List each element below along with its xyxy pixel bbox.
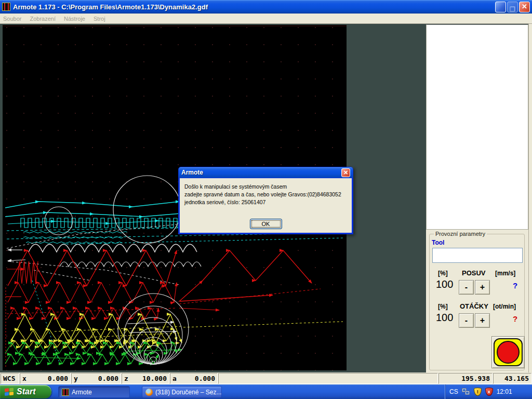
dialog-body: Došlo k manipulaci se systémovým časem z… xyxy=(178,178,353,234)
network-icon[interactable] xyxy=(462,388,470,395)
otacky-percent-label: [%] xyxy=(438,303,448,310)
otacky-minus-button[interactable]: - xyxy=(459,313,474,328)
group-title: Provozní parametry xyxy=(434,231,487,237)
dialog-title-bar[interactable]: Armote ✕ xyxy=(178,167,353,178)
menu-bar: Soubor Zobrazení Nástroje Stroj xyxy=(0,14,532,24)
menu-item-stroj[interactable]: Stroj xyxy=(94,16,105,22)
message-listbox[interactable] xyxy=(426,24,528,230)
menu-item-nastroje[interactable]: Nástroje xyxy=(64,16,85,22)
otacky-label: OTÁČKY xyxy=(460,302,488,310)
posuv-percent-label: [%] xyxy=(438,270,448,277)
dialog-close-button[interactable]: ✕ xyxy=(341,168,350,177)
security-error-icon[interactable]: x xyxy=(485,388,493,396)
otacky-plus-button[interactable]: + xyxy=(475,313,490,328)
wcs-label: WCS xyxy=(1,373,19,384)
start-label: Start xyxy=(17,387,35,396)
start-button[interactable]: Start xyxy=(0,385,51,398)
task-armote[interactable]: Armote xyxy=(58,386,130,398)
status-value-2: 43.165 xyxy=(493,373,531,384)
panel-edge-strip xyxy=(528,24,532,373)
dialog-close-icon: ✕ xyxy=(343,169,348,176)
posuv-minus-button[interactable]: - xyxy=(459,280,474,295)
menu-item-zobrazeni[interactable]: Zobrazení xyxy=(30,16,56,22)
menu-item-soubor[interactable]: Soubor xyxy=(3,16,21,22)
status-bar: WCS x 0.000 y 0.000 z 10.000 a 0.000 195… xyxy=(0,373,532,384)
app-icon xyxy=(2,3,10,11)
tool-label: Tool xyxy=(432,239,444,246)
otacky-help[interactable]: ? xyxy=(513,314,517,323)
minimize-icon: _ xyxy=(499,7,502,12)
maximize-icon: ❐ xyxy=(510,7,515,12)
title-bar[interactable]: Armote 1.173 - C:\Program Files\Armote1.… xyxy=(0,0,532,14)
close-button[interactable]: ✕ xyxy=(519,2,530,12)
axis-z: z 10.000 xyxy=(122,373,169,384)
system-tray: CS ! x 12:01 xyxy=(445,384,532,399)
posuv-value: 100 xyxy=(436,278,453,290)
axis-a: a 0.000 xyxy=(170,373,218,384)
stop-icon xyxy=(494,338,523,366)
emergency-stop-button[interactable] xyxy=(491,336,525,368)
status-spacer xyxy=(218,373,438,384)
firefox-icon xyxy=(145,389,153,396)
armote-task-icon xyxy=(62,389,69,396)
dialog-message-line2: zadejte spravné datum a čas, nebo volejt… xyxy=(184,191,341,198)
dialog-message: Došlo k manipulaci se systémovým časem z… xyxy=(184,183,341,206)
maximize-button: ❐ xyxy=(507,2,518,12)
posuv-plus-button[interactable]: + xyxy=(475,280,490,295)
posuv-help[interactable]: ? xyxy=(513,281,517,290)
group-provozni-parametry: Provozní parametry Tool [%] POSUV [mm/s]… xyxy=(429,234,525,370)
ok-button[interactable]: OK xyxy=(250,219,282,229)
axis-y: y 0.000 xyxy=(71,373,121,384)
otacky-unit-label: [ot/min] xyxy=(493,303,516,310)
task-firefox-mail[interactable]: (318) Doručené – Sez... xyxy=(142,386,222,398)
otacky-value: 100 xyxy=(436,312,453,324)
dialog-message-line1: Došlo k manipulaci se systémovým časem xyxy=(184,183,341,191)
security-warning-icon[interactable]: ! xyxy=(474,388,482,396)
dialog-message-line3: jednotka seriové, číslo: 25061407 xyxy=(184,198,341,206)
posuv-unit-label: [mm/s] xyxy=(495,270,515,277)
armote-dialog: Armote ✕ Došlo k manipulaci se systémový… xyxy=(178,167,353,234)
language-indicator[interactable]: CS xyxy=(449,388,458,395)
windows-logo-icon xyxy=(4,388,14,396)
taskbar: Start Armote (318) Doručené – Sez... CS … xyxy=(0,384,532,399)
dialog-title: Armote xyxy=(181,169,341,176)
posuv-label: POSUV xyxy=(462,269,486,277)
machine-params-panel: Provozní parametry Tool [%] POSUV [mm/s]… xyxy=(426,230,528,373)
axis-x: x 0.000 xyxy=(20,373,71,384)
window-title: Armote 1.173 - C:\Program Files\Armote1.… xyxy=(13,3,494,11)
tool-input[interactable] xyxy=(432,248,523,263)
status-value-1: 195.938 xyxy=(438,373,493,384)
clock: 12:01 xyxy=(497,388,512,395)
close-icon: ✕ xyxy=(522,4,527,9)
minimize-button[interactable]: _ xyxy=(495,2,506,12)
